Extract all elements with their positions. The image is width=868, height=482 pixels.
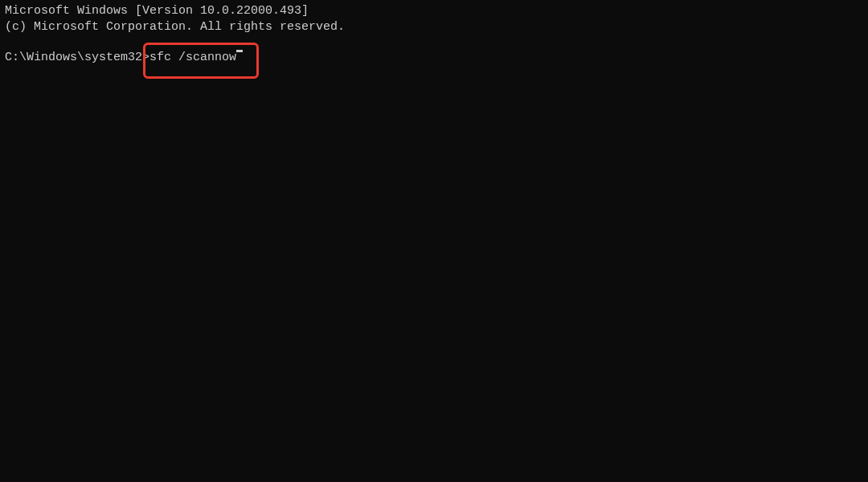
command-prompt-line[interactable]: C:\Windows\system32>sfc /scannow <box>5 50 863 66</box>
copyright-line: (c) Microsoft Corporation. All rights re… <box>5 19 863 35</box>
typed-command: sfc /scannow <box>149 50 236 66</box>
text-cursor <box>236 50 243 52</box>
prompt-path: C:\Windows\system32> <box>5 50 149 66</box>
version-line: Microsoft Windows [Version 10.0.22000.49… <box>5 3 863 19</box>
